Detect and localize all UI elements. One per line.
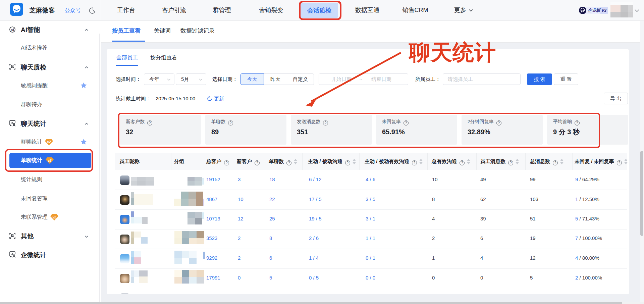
svg-text:v2: v2	[47, 140, 51, 144]
svg-text:v2: v2	[52, 215, 56, 219]
svg-text:Ai: Ai	[11, 28, 14, 32]
